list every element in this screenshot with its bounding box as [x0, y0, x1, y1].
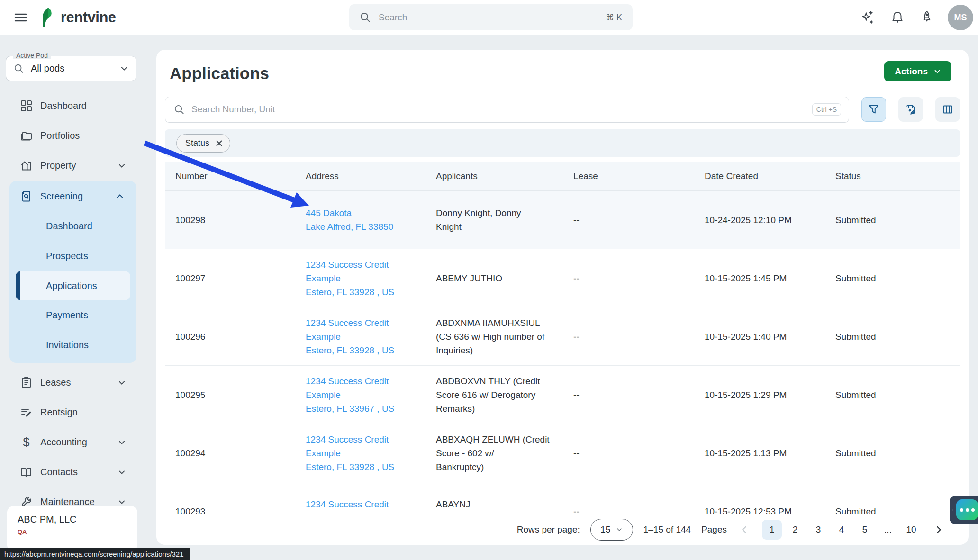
address-link[interactable]: 1234 Success Credit	[306, 316, 420, 330]
status-filter-chip[interactable]: Status	[176, 134, 230, 153]
chevron-down-icon	[118, 468, 126, 477]
chat-widget[interactable]	[950, 496, 978, 524]
applicants-text: Donny Knight, Donny	[436, 206, 557, 220]
table-row[interactable]: 100294 1234 Success Credit Example Ester…	[165, 424, 960, 482]
notifications-bell-icon[interactable]	[890, 10, 905, 25]
save-edit-icon	[905, 103, 917, 116]
sidebar-item-accounting[interactable]: $ Accounting	[0, 427, 147, 457]
applicants-text: ABDBOXVN THLY (Credit	[436, 374, 557, 388]
company-name: ABC PM, LLC	[18, 514, 137, 525]
column-header-status[interactable]: Status	[825, 171, 960, 181]
next-page-button[interactable]	[932, 523, 946, 537]
cell-number: 100293	[165, 497, 295, 515]
columns-button[interactable]	[935, 97, 960, 122]
sidebar-item-screening-dashboard[interactable]: Dashboard	[9, 211, 136, 241]
sidebar-item-contacts[interactable]: Contacts	[0, 457, 147, 487]
applications-panel: Applications Actions Ctrl +S	[156, 50, 969, 545]
company-switcher[interactable]: ABC PM, LLC QA	[7, 506, 137, 551]
sidebar-item-screening[interactable]: Screening	[9, 181, 136, 211]
active-filters-bar: Status	[165, 129, 960, 157]
table-search[interactable]: Ctrl +S	[165, 97, 849, 123]
cell-lease: --	[563, 264, 694, 293]
ai-sparkles-icon[interactable]	[860, 10, 876, 25]
address-link[interactable]: Example	[306, 388, 420, 402]
table-row[interactable]: 100297 1234 Success Credit Example Ester…	[165, 249, 960, 307]
sidebar-item-screening-payments[interactable]: Payments	[9, 300, 136, 330]
table-search-input[interactable]	[191, 104, 806, 115]
cell-number: 100294	[165, 439, 295, 468]
address-link[interactable]: Estero, FL 33967 , US	[306, 402, 420, 415]
sidebar-item-dashboard[interactable]: Dashboard	[0, 91, 147, 121]
address-link[interactable]: Example	[306, 271, 420, 285]
address-link[interactable]: 1234 Success Credit	[306, 374, 420, 388]
clipboard-icon	[20, 376, 33, 389]
address-link[interactable]: 445 Dakota	[306, 206, 420, 220]
saved-views-button[interactable]	[898, 97, 923, 122]
address-link[interactable]: Lake Alfred, FL 33850	[306, 220, 420, 234]
page-button-3[interactable]: 3	[808, 520, 828, 540]
cell-lease: --	[563, 439, 694, 468]
sidebar-item-screening-invitations[interactable]: Invitations	[9, 330, 136, 360]
page-button-5[interactable]: 5	[855, 520, 875, 540]
column-header-number[interactable]: Number	[165, 171, 295, 181]
table-row[interactable]: 100298 445 Dakota Lake Alfred, FL 33850 …	[165, 191, 960, 249]
address-link[interactable]: Estero, FL 33928 , US	[306, 460, 420, 474]
filter-button[interactable]	[861, 97, 886, 122]
link-preview-statusbar: https://abcpm.rentvineqa.com/screening/a…	[0, 548, 190, 560]
rentvine-logo[interactable]: rentvine	[38, 7, 116, 28]
rows-per-page-select[interactable]: 15	[590, 519, 633, 541]
chat-bubble-icon	[956, 499, 978, 520]
cell-applicants: ABDBOXVN THLY (Credit Score 616 w/ Derog…	[426, 367, 563, 423]
pages-label: Pages	[701, 524, 727, 535]
hamburger-menu-icon[interactable]	[14, 11, 27, 24]
global-search[interactable]: ⌘ K	[349, 4, 633, 30]
address-link[interactable]: 1234 Success Credit	[306, 433, 420, 446]
column-header-applicants[interactable]: Applicants	[426, 171, 563, 181]
actions-button[interactable]: Actions	[884, 61, 951, 81]
table-row[interactable]: 100295 1234 Success Credit Example Ester…	[165, 366, 960, 424]
cell-lease: --	[563, 206, 694, 235]
active-pod-selector[interactable]: Active Pod All pods	[6, 56, 136, 81]
page-button-2[interactable]: 2	[785, 520, 805, 540]
sidebar-nav-bottom: Leases Rentsign $ Accounting	[0, 368, 147, 517]
cell-date-created: 10-24-2025 12:10 PM	[694, 206, 825, 235]
close-icon[interactable]	[215, 139, 223, 147]
chevron-down-icon	[120, 64, 128, 73]
column-header-date-created[interactable]: Date Created	[694, 171, 825, 181]
page-button-4[interactable]: 4	[832, 520, 851, 540]
column-header-lease[interactable]: Lease	[563, 171, 694, 181]
cell-date-created: 10-15-2025 1:29 PM	[694, 380, 825, 409]
sidebar-item-portfolios[interactable]: Portfolios	[0, 121, 147, 151]
brand-text: rentvine	[61, 9, 116, 26]
cell-number: 100298	[165, 206, 295, 235]
user-avatar[interactable]: MS	[948, 5, 973, 30]
cell-number: 100295	[165, 380, 295, 409]
chevron-down-icon	[118, 379, 126, 387]
cell-address: 445 Dakota Lake Alfred, FL 33850	[295, 199, 426, 241]
table-row[interactable]: 100293 1234 Success Credit Example ABAYN…	[165, 482, 960, 514]
funnel-icon	[868, 103, 880, 116]
address-link[interactable]: 1234 Success Credit	[306, 497, 420, 511]
rocket-icon[interactable]	[919, 10, 934, 25]
address-link[interactable]: 1234 Success Credit	[306, 258, 420, 271]
column-header-address[interactable]: Address	[295, 171, 426, 181]
address-link[interactable]: Estero, FL 33928 , US	[306, 285, 420, 299]
page-button-10[interactable]: 10	[901, 520, 921, 540]
address-link[interactable]: Estero, FL 33928 , US	[306, 343, 420, 357]
cell-status: Submitted	[825, 322, 960, 351]
address-link[interactable]: Example	[306, 330, 420, 343]
sidebar-item-leases[interactable]: Leases	[0, 368, 147, 397]
sidebar-item-screening-prospects[interactable]: Prospects	[9, 241, 136, 271]
page-button-1[interactable]: 1	[762, 520, 782, 540]
table-row[interactable]: 100296 1234 Success Credit Example Ester…	[165, 307, 960, 366]
address-link[interactable]: Example	[306, 446, 420, 460]
sidebar-item-screening-applications[interactable]: Applications	[16, 271, 130, 300]
chevron-up-icon	[116, 192, 124, 200]
book-icon	[20, 466, 33, 479]
previous-page-button[interactable]	[737, 523, 752, 537]
sidebar-item-property[interactable]: Property	[0, 151, 147, 181]
global-search-input[interactable]	[379, 12, 598, 23]
sidebar-item-label: Accounting	[40, 437, 87, 448]
pagination-range: 1–15 of 144	[643, 524, 691, 535]
sidebar-item-rentsign[interactable]: Rentsign	[0, 397, 147, 427]
